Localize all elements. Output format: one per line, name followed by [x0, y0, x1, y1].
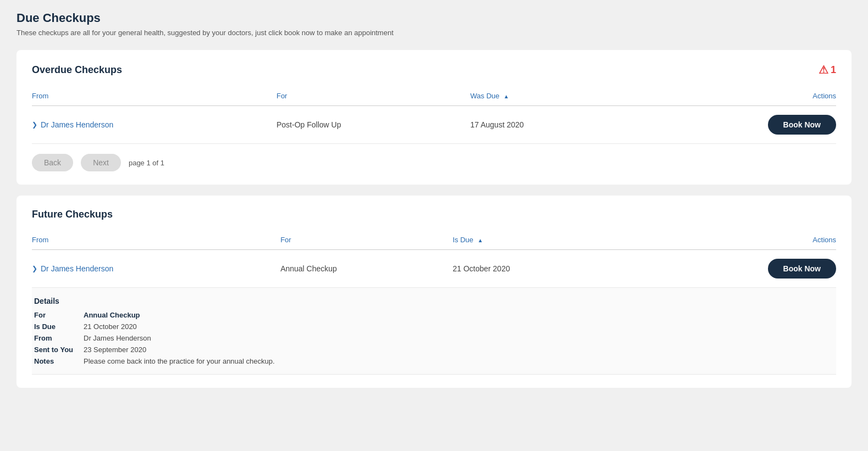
future-section-title: Future Checkups — [32, 209, 113, 220]
row-actions: Book Now — [631, 106, 836, 144]
col-from: From — [32, 87, 277, 106]
back-button[interactable]: Back — [32, 154, 73, 171]
details-is-due-label: Is Due — [34, 322, 84, 331]
alert-icon: ⚠ — [819, 63, 828, 76]
details-for-value: Annual Checkup — [84, 311, 140, 319]
overdue-section: Overdue Checkups ⚠ 1 From For Was Due ▲ … — [16, 50, 852, 185]
future-col-for: For — [280, 231, 452, 250]
future-table: From For Is Due ▲ Actions ❯ Dr James Hen… — [32, 231, 836, 375]
details-title: Details — [34, 297, 834, 305]
details-sent-value: 23 September 2020 — [84, 346, 146, 354]
page-info: page 1 of 1 — [129, 159, 164, 167]
details-sent-label: Sent to You — [34, 346, 84, 354]
page-subtitle: These checkups are all for your general … — [16, 29, 852, 37]
details-panel: Details For Annual Checkup Is Due 21 Oct… — [32, 288, 836, 374]
next-button[interactable]: Next — [81, 154, 121, 171]
overdue-section-title: Overdue Checkups — [32, 64, 122, 76]
future-section: Future Checkups From For Is Due ▲ Action… — [16, 196, 852, 388]
col-was-due: Was Due ▲ — [471, 87, 631, 106]
alert-badge: ⚠ 1 — [819, 63, 836, 76]
row-was-due: 17 August 2020 — [471, 106, 631, 144]
future-col-is-due: Is Due ▲ — [452, 231, 627, 250]
chevron-right-icon: ❯ — [32, 265, 37, 272]
overdue-table-header-row: From For Was Due ▲ Actions — [32, 87, 836, 106]
doctor-link[interactable]: ❯ Dr James Henderson — [32, 120, 277, 129]
details-from-label: From — [34, 334, 84, 342]
details-cell: Details For Annual Checkup Is Due 21 Oct… — [32, 288, 836, 375]
is-due-sort-icon[interactable]: ▲ — [478, 237, 483, 243]
col-actions: Actions — [631, 87, 836, 106]
details-is-due-row: Is Due 21 October 2020 — [34, 322, 834, 331]
row-from: ❯ Dr James Henderson — [32, 106, 277, 144]
future-row-actions: Book Now — [627, 250, 836, 288]
details-sent-row: Sent to You 23 September 2020 — [34, 346, 834, 354]
future-col-from: From — [32, 231, 280, 250]
page-title: Due Checkups — [16, 11, 852, 25]
book-now-button[interactable]: Book Now — [768, 115, 836, 135]
details-row: Details For Annual Checkup Is Due 21 Oct… — [32, 288, 836, 375]
table-row: ❯ Dr James Henderson Annual Checkup 21 O… — [32, 250, 836, 288]
future-col-actions: Actions — [627, 231, 836, 250]
future-book-now-button[interactable]: Book Now — [768, 259, 836, 279]
alert-count: 1 — [831, 64, 836, 76]
future-doctor-link[interactable]: ❯ Dr James Henderson — [32, 264, 280, 273]
future-row-for: Annual Checkup — [280, 250, 452, 288]
details-for-label: For — [34, 311, 84, 319]
details-is-due-value: 21 October 2020 — [84, 322, 137, 331]
page-container: Due Checkups These checkups are all for … — [0, 0, 868, 410]
details-notes-value: Please come back into the practice for y… — [84, 357, 275, 365]
chevron-right-icon: ❯ — [32, 121, 37, 129]
details-notes-row: Notes Please come back into the practice… — [34, 357, 834, 365]
details-from-row: From Dr James Henderson — [34, 334, 834, 342]
col-for: For — [277, 87, 471, 106]
future-section-header: Future Checkups — [32, 209, 836, 220]
table-row: ❯ Dr James Henderson Post-Op Follow Up 1… — [32, 106, 836, 144]
row-for: Post-Op Follow Up — [277, 106, 471, 144]
future-row-is-due: 21 October 2020 — [452, 250, 627, 288]
details-from-value: Dr James Henderson — [84, 334, 151, 342]
was-due-sort-icon[interactable]: ▲ — [504, 93, 509, 99]
pagination-row: Back Next page 1 of 1 — [32, 154, 836, 171]
overdue-section-header: Overdue Checkups ⚠ 1 — [32, 63, 836, 76]
overdue-table: From For Was Due ▲ Actions ❯ Dr James He… — [32, 87, 836, 144]
future-row-from: ❯ Dr James Henderson — [32, 250, 280, 288]
future-table-header-row: From For Is Due ▲ Actions — [32, 231, 836, 250]
details-notes-label: Notes — [34, 357, 84, 365]
details-for-row: For Annual Checkup — [34, 311, 834, 319]
